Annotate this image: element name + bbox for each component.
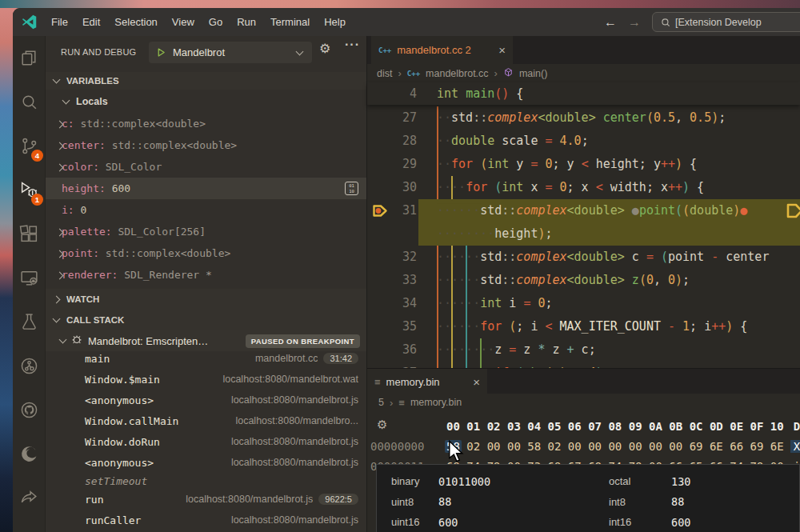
activity-remote-explorer[interactable] [13, 256, 45, 300]
breadcrumb-separator: › [494, 67, 498, 79]
tab-mandelbrot-cc[interactable]: C++ mandelbrot.cc 2 × [371, 36, 513, 64]
close-icon[interactable]: × [498, 43, 506, 57]
section-variables[interactable]: VARIABLES [46, 72, 366, 90]
hex-byte[interactable]: 00 [647, 440, 664, 453]
hex-breadcrumb-prefix[interactable]: 5 [378, 397, 384, 408]
hex-byte[interactable]: 02 [465, 440, 482, 453]
activity-edge-tools[interactable] [13, 432, 45, 476]
stack-frame-run[interactable]: runlocalhost:8080/mandelbrot.js9622:5 [46, 489, 366, 510]
chevron-down-icon [296, 47, 304, 55]
stack-frame-WindowcallMain[interactable]: Window.callMainlocalhost:8080/mandelbro.… [46, 410, 366, 431]
hex-header-row[interactable]: 000102030405060708090A0B0C0D0E0F10D [370, 416, 800, 436]
section-watch[interactable]: WATCH [46, 289, 366, 310]
paused-breakpoint-icon[interactable] [372, 204, 389, 221]
activity-search[interactable] [13, 80, 45, 124]
views-more-icon[interactable]: ··· [345, 38, 360, 52]
close-icon[interactable]: × [473, 375, 480, 389]
view-binary-data-icon[interactable]: 0110 [345, 182, 358, 195]
menu-help[interactable]: Help [317, 8, 353, 36]
code-line-36[interactable]: 36········z = z * z + c; [367, 338, 800, 362]
menu-terminal[interactable]: Terminal [263, 8, 317, 36]
hex-breadcrumb-file[interactable]: memory.bin [410, 397, 462, 408]
hex-byte[interactable]: 00 [566, 440, 583, 453]
stack-frame-WindowdoRun[interactable]: Window.doRunlocalhost:8080/mandelbrot.js [46, 431, 366, 452]
tab-memory-bin[interactable]: ≡ memory.bin × [367, 369, 487, 394]
code-line-wrap[interactable]: ········height); [367, 222, 800, 246]
code-line-37[interactable]: 37········if (abs(z) > 4) [367, 362, 800, 368]
hex-byte[interactable]: 00 [667, 440, 684, 453]
stack-frame-main[interactable]: mainmandelbrot.cc31:42 [46, 348, 366, 369]
command-center-search[interactable]: [Extension Develop [652, 12, 800, 32]
variable-row-point[interactable]: point: std::complex<double> [46, 242, 366, 264]
variable-row-i[interactable]: i: 0 [46, 199, 366, 221]
stack-frame-Window$main[interactable]: Window.$mainlocalhost:8080/mandelbrot.wa… [46, 369, 366, 390]
scope-locals[interactable]: Locals [46, 92, 366, 111]
activity-github[interactable] [13, 388, 45, 432]
stack-frame-anonymous[interactable]: <anonymous>localhost:8080/mandelbrot.js [46, 390, 366, 410]
hex-byte[interactable]: 00 [486, 440, 502, 453]
code-line-34[interactable]: 34······int i = 0; [367, 292, 800, 315]
decoded-char[interactable]: X [790, 440, 800, 453]
menu-selection[interactable]: Selection [107, 8, 164, 36]
menu-go[interactable]: Go [202, 8, 230, 36]
extensions-icon [19, 224, 39, 244]
section-call-stack[interactable]: CALL STACK [46, 310, 366, 330]
nav-forward-icon[interactable]: → [628, 15, 641, 30]
stack-frame-anonymous[interactable]: <anonymous>localhost:8080/mandelbrot.js [46, 452, 366, 473]
stack-frame-setTimeout[interactable]: setTimeout [46, 473, 366, 489]
stack-frame-runCaller[interactable]: runCallerlocalhost:8080/mandelbrot.js [46, 510, 366, 530]
decoded-text-header: D [790, 420, 800, 433]
nav-back-icon[interactable]: ← [604, 15, 617, 30]
hex-column-header: 02 [486, 420, 502, 433]
code-line-29[interactable]: 29··for (int y = 0; y < height; y++) { [367, 153, 800, 176]
menu-view[interactable]: View [165, 8, 202, 36]
activity-share[interactable] [13, 476, 45, 520]
code-line-30[interactable]: 30····for (int x = 0; x < width; x++) { [367, 176, 800, 199]
github-icon [19, 400, 39, 420]
activity-explorer[interactable] [13, 36, 45, 80]
launch-config-dropdown[interactable]: Mandelbrot [149, 42, 312, 63]
hex-byte[interactable]: 58 [526, 440, 542, 453]
activity-source-control[interactable]: 4 [13, 124, 45, 168]
hex-row-00000000[interactable]: 00000000580200005802000000000000696E6669… [370, 436, 800, 456]
activity-run-and-debug[interactable]: 1 [13, 168, 45, 212]
start-debug-icon[interactable] [149, 47, 173, 58]
hex-byte[interactable]: 6E [769, 440, 786, 453]
breadcrumb-folder[interactable]: dist [377, 68, 392, 79]
hex-byte[interactable]: 00 [586, 440, 603, 453]
code-line-28[interactable]: 28··double scale = 4.0; [367, 130, 800, 153]
frame-name: Window.doRun [85, 436, 160, 448]
frame-source: localhost:8080/mandelbrot.js [231, 457, 358, 468]
hex-byte[interactable]: 66 [728, 440, 745, 453]
hex-byte[interactable]: 69 [688, 440, 705, 453]
code-line-33[interactable]: 33······std::complex<double> z(0, 0); [367, 269, 800, 292]
hex-byte[interactable]: 69 [748, 440, 765, 453]
activity-extensions[interactable] [13, 212, 45, 256]
code-line-27[interactable]: 27··std::complex<double> center(0.5, 0.5… [367, 106, 800, 130]
variable-row-c[interactable]: c: std::complex<double> [46, 113, 366, 134]
breadcrumb-file[interactable]: mandelbrot.cc [426, 68, 489, 79]
variable-row-palette[interactable]: palette: SDL_Color[256] [46, 221, 366, 242]
code-editor[interactable]: 27··std::complex<double> center(0.5, 0.5… [367, 105, 800, 368]
hex-byte[interactable]: 00 [627, 440, 644, 453]
hex-byte[interactable]: 00 [506, 440, 522, 453]
code-line-31[interactable]: 31······std::complex<double> ●point((dou… [367, 199, 800, 222]
variable-row-center[interactable]: center: std::complex<double> [46, 134, 366, 156]
variable-row-color[interactable]: color: SDL_Color [46, 156, 366, 178]
activity-bar: 41 [13, 36, 45, 532]
activity-testing[interactable] [13, 300, 45, 344]
menu-file[interactable]: File [44, 8, 75, 36]
variable-row-height[interactable]: height: 6000110 [46, 178, 366, 199]
hex-byte[interactable]: 00 [606, 440, 623, 453]
menu-edit[interactable]: Edit [75, 8, 107, 36]
breadcrumb-symbol[interactable]: main() [519, 68, 547, 79]
debug-settings-gear-icon[interactable]: ⚙ [319, 41, 330, 56]
hex-byte[interactable]: 02 [546, 440, 562, 453]
code-line-35[interactable]: 35······for (; i < MAX_ITER_COUNT - 1; i… [367, 315, 800, 338]
code-line-32[interactable]: 32······std::complex<double> c = (point … [367, 246, 800, 269]
activity-gitlens[interactable] [13, 344, 45, 388]
menu-run[interactable]: Run [230, 8, 263, 36]
variable-row-renderer[interactable]: renderer: SDL_Renderer * [46, 264, 366, 286]
hex-byte[interactable]: 6E [708, 440, 725, 453]
sticky-scroll-line[interactable]: 4int main() { [367, 82, 800, 105]
